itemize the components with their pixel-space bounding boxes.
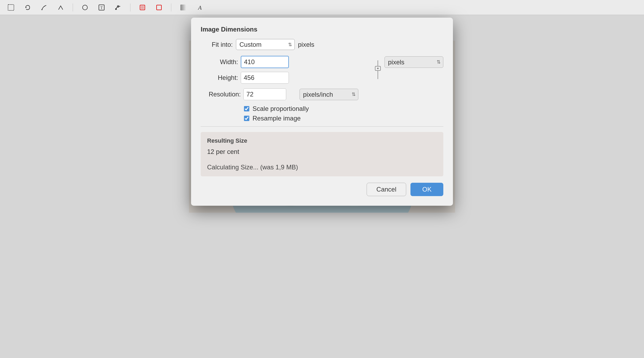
ok-button[interactable]: OK <box>410 183 443 196</box>
svg-rect-10 <box>157 5 161 10</box>
svg-rect-11 <box>180 5 186 10</box>
fit-into-select[interactable]: Custom 800x600 1024x768 1280x960 1920x10… <box>236 39 295 50</box>
resample-image-row: Resample image <box>244 115 443 122</box>
dimensions-grid: Width: pixels percent inches cm <box>201 56 443 84</box>
height-label: Height: <box>201 74 238 81</box>
fit-into-label: Fit into: <box>201 41 233 48</box>
svg-point-6 <box>115 8 117 10</box>
toolbar-separator-3 <box>171 3 171 11</box>
resulting-size-section: Resulting Size 12 per cent Calculating S… <box>201 132 443 176</box>
fit-into-row: Fit into: Custom 800x600 1024x768 1280x9… <box>201 39 443 50</box>
select-tool[interactable] <box>5 2 17 13</box>
fit-into-select-wrapper: Custom 800x600 1024x768 1280x960 1920x10… <box>236 39 295 50</box>
toolbar-separator-1 <box>73 3 73 11</box>
resample-image-label: Resample image <box>253 115 301 122</box>
svg-text:A: A <box>197 4 202 11</box>
resolution-label: Resolution: <box>201 91 241 98</box>
res-unit-wrapper: pixels/inch pixels/cm ⇅ <box>300 89 358 100</box>
resolution-row: Resolution: pixels/inch pixels/cm ⇅ <box>201 88 443 100</box>
svg-rect-9 <box>141 6 144 9</box>
width-label: Width: <box>201 58 238 66</box>
svg-text:T: T <box>100 6 103 10</box>
dialog-title: Image Dimensions <box>201 26 443 33</box>
resample-image-checkbox[interactable] <box>244 116 249 121</box>
lasso-tool[interactable] <box>22 2 33 13</box>
fill-tool[interactable] <box>137 2 148 13</box>
svg-rect-0 <box>8 5 14 10</box>
text-tool[interactable]: T <box>96 2 107 13</box>
dialog-divider <box>201 126 443 127</box>
resolution-input[interactable] <box>243 88 286 100</box>
image-dimensions-dialog: Image Dimensions Fit into: Custom 800x60… <box>191 18 453 206</box>
height-input[interactable] <box>241 72 289 84</box>
res-unit-select[interactable]: pixels/inch pixels/cm <box>300 89 358 100</box>
calculating-text: Calculating Size... (was 1,9 MB) <box>207 164 437 171</box>
scale-proportionally-row: Scale proportionally <box>244 105 443 112</box>
svg-point-1 <box>25 7 26 8</box>
type-tool[interactable]: A <box>194 2 205 13</box>
scale-proportionally-label: Scale proportionally <box>253 105 309 112</box>
svg-point-2 <box>41 9 42 10</box>
resulting-size-title: Resulting Size <box>207 137 437 144</box>
toolbar: T A <box>0 0 644 15</box>
aspect-lock-cell <box>374 60 382 79</box>
node-tool[interactable] <box>112 2 124 13</box>
gradient-fill-tool[interactable] <box>178 2 189 13</box>
pen-tool[interactable] <box>55 2 66 13</box>
resulting-percent: 12 per cent <box>207 148 437 155</box>
scale-proportionally-checkbox[interactable] <box>244 106 249 111</box>
dim-unit-select[interactable]: pixels percent inches cm mm <box>385 56 443 68</box>
fit-into-unit: pixels <box>298 41 314 48</box>
toolbar-separator-2 <box>130 3 130 11</box>
shape-tool[interactable] <box>79 2 91 13</box>
svg-point-30 <box>377 68 379 69</box>
dialog-buttons: Cancel OK <box>201 183 443 196</box>
cancel-button[interactable]: Cancel <box>367 183 406 196</box>
width-input[interactable] <box>241 56 289 68</box>
svg-point-3 <box>83 5 87 10</box>
dim-unit-wrapper: pixels percent inches cm mm ⇅ <box>385 56 443 68</box>
stroke-tool[interactable] <box>153 2 165 13</box>
pen-smooth-tool[interactable] <box>38 2 50 13</box>
